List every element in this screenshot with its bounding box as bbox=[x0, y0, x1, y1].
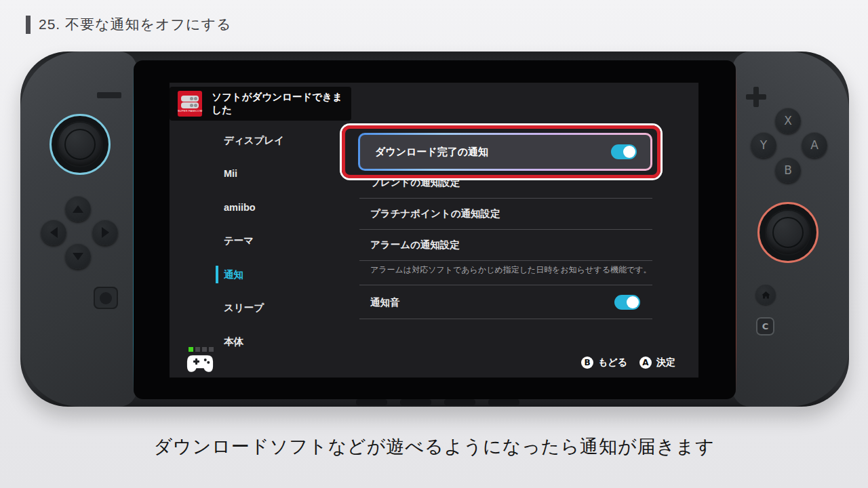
sidebar-item-mii[interactable]: Mii bbox=[224, 167, 237, 180]
nintendo-switch-console: X Y A B C SUPER FAMICOM bbox=[20, 52, 849, 407]
row-alarm-notifications[interactable]: アラームの通知設定 bbox=[370, 238, 460, 251]
sidebar-selection-marker bbox=[216, 266, 218, 283]
row-download-complete-notification[interactable]: ダウンロード完了の通知 bbox=[358, 133, 652, 171]
up-arrow-icon bbox=[73, 205, 83, 213]
left-stick-cap bbox=[57, 121, 103, 167]
sidebar-item-system[interactable]: 本体 bbox=[224, 335, 243, 348]
sfc-controller-glyph bbox=[181, 96, 199, 102]
sfc-icon-label: SUPER FAMICOM bbox=[178, 109, 202, 113]
selected-row-surface: ダウンロード完了の通知 bbox=[360, 135, 650, 169]
b-button-icon: B bbox=[581, 357, 593, 369]
home-button[interactable] bbox=[755, 285, 776, 305]
a-button[interactable]: A bbox=[802, 132, 827, 158]
player-led bbox=[195, 347, 200, 352]
console-screen: SUPER FAMICOM ソフトがダウンロードできました ディスプレイ Mii… bbox=[134, 60, 736, 399]
left-analog-stick[interactable] bbox=[50, 114, 111, 175]
notification-banner: SUPER FAMICOM ソフトがダウンロードできました bbox=[170, 87, 351, 121]
down-arrow-icon bbox=[73, 253, 83, 260]
b-button[interactable]: B bbox=[775, 157, 801, 183]
plus-button[interactable] bbox=[746, 87, 766, 107]
row-notification-sound[interactable]: 通知音 bbox=[370, 296, 400, 309]
speaker-notch bbox=[444, 399, 475, 405]
page-title-text: 25. 不要な通知をオフにする bbox=[39, 15, 231, 34]
right-stick-cap bbox=[765, 209, 811, 256]
super-famicom-app-icon: SUPER FAMICOM bbox=[178, 91, 202, 117]
sidebar-item-notifications[interactable]: 通知 bbox=[224, 268, 243, 281]
capture-button[interactable] bbox=[94, 287, 118, 309]
dpad-down-button[interactable] bbox=[65, 243, 91, 269]
dpad-up-button[interactable] bbox=[65, 196, 91, 222]
player-led-active bbox=[189, 347, 193, 352]
separator bbox=[359, 260, 652, 261]
right-joycon: X Y A B C bbox=[732, 52, 849, 407]
player-led bbox=[202, 347, 207, 352]
left-joycon bbox=[20, 52, 137, 407]
hint-confirm[interactable]: A 決定 bbox=[639, 357, 675, 369]
sfc-controller-glyph bbox=[181, 102, 199, 108]
gamepad-icon bbox=[186, 354, 214, 376]
sidebar-item-display[interactable]: ディスプレイ bbox=[224, 134, 284, 147]
c-button[interactable]: C bbox=[756, 317, 774, 336]
button-hints: B もどる A 決定 bbox=[581, 357, 675, 369]
speaker-notch bbox=[488, 399, 519, 405]
settings-screen: SUPER FAMICOM ソフトがダウンロードできました ディスプレイ Mii… bbox=[170, 83, 698, 378]
minus-button[interactable] bbox=[97, 92, 121, 98]
title-accent-bar bbox=[26, 16, 31, 34]
hint-confirm-label: 決定 bbox=[656, 357, 675, 369]
a-button-icon: A bbox=[639, 357, 652, 369]
separator bbox=[359, 229, 652, 230]
row-label: ダウンロード完了の通知 bbox=[375, 146, 488, 159]
page-title: 25. 不要な通知をオフにする bbox=[26, 15, 231, 34]
hint-back-label: もどる bbox=[598, 357, 627, 369]
separator bbox=[359, 198, 652, 199]
right-analog-stick[interactable] bbox=[757, 202, 818, 263]
row-platinum-points-notifications[interactable]: プラチナポイントの通知設定 bbox=[370, 207, 500, 220]
capture-button-icon bbox=[100, 292, 112, 304]
separator bbox=[359, 319, 652, 319]
hint-back[interactable]: B もどる bbox=[581, 357, 627, 369]
x-button[interactable]: X bbox=[775, 108, 801, 134]
house-icon bbox=[761, 290, 771, 300]
notification-sound-toggle[interactable] bbox=[614, 295, 640, 310]
sidebar-item-amiibo[interactable]: amiibo bbox=[224, 201, 256, 214]
player-indicator bbox=[189, 347, 214, 352]
caption-text: ダウンロードソフトなどが遊べるようになったら通知が届きます bbox=[0, 434, 868, 459]
speaker-notch bbox=[356, 399, 387, 405]
separator bbox=[359, 285, 652, 285]
right-arrow-icon bbox=[102, 227, 109, 238]
notification-banner-text: ソフトがダウンロードできました bbox=[212, 91, 351, 117]
player-led bbox=[209, 347, 214, 352]
sidebar-item-theme[interactable]: テーマ bbox=[224, 234, 254, 247]
sidebar-item-sleep[interactable]: スリープ bbox=[224, 301, 264, 314]
left-arrow-icon bbox=[50, 227, 58, 238]
dpad-left-button[interactable] bbox=[41, 220, 66, 245]
dpad-right-button[interactable] bbox=[92, 220, 118, 245]
row-friend-notifications[interactable]: フレンドの通知設定 bbox=[370, 176, 460, 189]
speaker-notch bbox=[400, 399, 431, 405]
y-button[interactable]: Y bbox=[751, 132, 776, 158]
alarm-description-text: アラームは対応ソフトであらかじめ指定した日時をお知らせする機能です。 bbox=[370, 264, 651, 275]
download-notification-toggle[interactable] bbox=[611, 144, 637, 159]
